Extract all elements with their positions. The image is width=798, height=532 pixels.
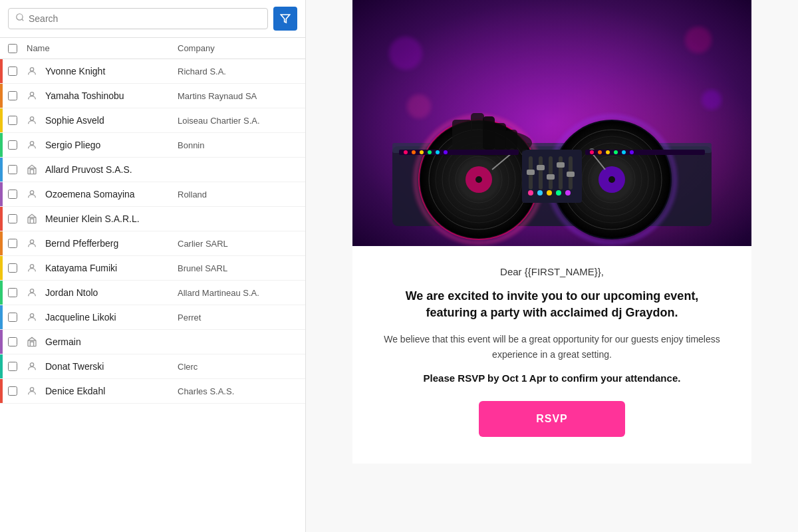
select-all-checkbox[interactable] — [8, 44, 17, 53]
svg-point-12 — [30, 289, 33, 293]
table-row: Yvonne Knight Richard S.A. — [0, 59, 305, 84]
contact-name: Jordan Ntolo — [45, 287, 178, 298]
contact-company: Charles S.A.S. — [178, 386, 297, 396]
contact-company: Brunel SARL — [178, 263, 297, 273]
row-checkbox-wrapper — [8, 337, 27, 346]
svg-point-71 — [389, 37, 422, 70]
row-color-bar — [0, 108, 3, 132]
row-checkbox[interactable] — [8, 140, 17, 150]
rsvp-button[interactable]: RSVP — [479, 401, 625, 437]
row-color-bar — [0, 182, 3, 206]
svg-point-57 — [537, 190, 543, 196]
row-checkbox-wrapper — [8, 288, 27, 297]
svg-point-32 — [475, 176, 482, 183]
row-checkbox[interactable] — [8, 263, 17, 273]
svg-rect-69 — [494, 123, 506, 150]
row-checkbox-wrapper — [8, 165, 27, 174]
row-checkbox[interactable] — [8, 362, 17, 371]
row-checkbox-wrapper — [8, 386, 27, 396]
row-checkbox[interactable] — [8, 239, 17, 248]
person-icon — [27, 66, 41, 76]
row-color-bar — [0, 84, 3, 108]
row-checkbox[interactable] — [8, 116, 17, 125]
contact-company: Bonnin — [178, 140, 297, 150]
row-color-bar — [0, 305, 3, 329]
table-header: Name Company — [0, 38, 305, 59]
row-checkbox-wrapper — [8, 91, 27, 100]
svg-point-60 — [565, 190, 571, 196]
filter-button[interactable] — [273, 7, 297, 31]
svg-rect-66 — [452, 120, 472, 153]
email-body-text: We believe that this event will be a gre… — [379, 332, 725, 362]
row-color-bar — [0, 158, 3, 182]
table-row: Sophie Asveld Loiseau Chartier S.A. — [0, 108, 305, 133]
contact-name: Germain — [45, 336, 178, 347]
row-checkbox[interactable] — [8, 214, 17, 223]
email-greeting: Dear {{FIRST_NAME}}, — [500, 266, 604, 277]
contact-company: Martins Raynaud SA — [178, 91, 297, 101]
svg-point-3 — [30, 68, 33, 71]
svg-rect-48 — [549, 156, 553, 190]
table-row: Ozoemena Somayina Rolland — [0, 182, 305, 207]
svg-point-87 — [622, 150, 626, 154]
row-color-bar — [0, 59, 3, 83]
svg-point-8 — [30, 191, 33, 194]
table-row: Jacqueline Likoki Perret — [0, 305, 305, 330]
row-checkbox-wrapper — [8, 263, 27, 273]
table-row: Sergio Pliego Bonnin — [0, 133, 305, 158]
search-input[interactable] — [29, 13, 261, 24]
row-checkbox[interactable] — [8, 165, 17, 174]
row-checkbox-wrapper — [8, 313, 27, 322]
svg-rect-14 — [28, 340, 36, 346]
row-checkbox[interactable] — [8, 337, 17, 346]
row-checkbox[interactable] — [8, 288, 17, 297]
svg-rect-76 — [585, 150, 705, 155]
row-checkbox-wrapper — [8, 116, 27, 125]
person-icon — [27, 189, 41, 200]
person-icon — [27, 90, 41, 101]
row-checkbox[interactable] — [8, 313, 17, 322]
contact-company: Carlier SARL — [178, 239, 297, 249]
contact-name: Sophie Asveld — [45, 115, 178, 126]
contact-list: Yvonne Knight Richard S.A. Yamaha Toshin… — [0, 59, 305, 532]
person-icon — [27, 386, 41, 396]
table-row: Meunier Klein S.A.R.L. — [0, 207, 305, 231]
contact-name: Denice Ekdahl — [45, 386, 178, 396]
row-checkbox[interactable] — [8, 66, 17, 76]
svg-line-1 — [22, 19, 24, 21]
svg-point-83 — [590, 150, 594, 154]
contact-list-panel: Name Company Yvonne Knight Richard S.A. … — [0, 0, 306, 532]
svg-point-81 — [436, 150, 440, 154]
svg-point-11 — [30, 265, 33, 268]
person-icon — [27, 238, 41, 249]
person-icon — [27, 140, 41, 150]
contact-name: Katayama Fumiki — [45, 263, 178, 273]
svg-point-15 — [30, 363, 33, 366]
row-checkbox[interactable] — [8, 386, 17, 396]
svg-point-82 — [444, 150, 448, 154]
svg-rect-55 — [567, 172, 575, 177]
contact-name: Yamaha Toshinobu — [45, 90, 178, 101]
contact-name: Bernd Pfefferberg — [45, 238, 178, 249]
email-preview-panel: Dear {{FIRST_NAME}}, We are excited to i… — [306, 0, 798, 532]
row-checkbox[interactable] — [8, 190, 17, 199]
row-checkbox-wrapper — [8, 66, 27, 76]
contact-company: Allard Martineau S.A. — [178, 288, 297, 298]
table-row: Katayama Fumiki Brunel SARL — [0, 256, 305, 281]
person-icon — [27, 361, 41, 372]
svg-rect-53 — [547, 174, 555, 180]
svg-point-56 — [528, 190, 533, 196]
dj-event-image — [352, 0, 751, 246]
person-icon — [27, 263, 41, 273]
row-color-bar — [0, 231, 3, 255]
svg-point-84 — [598, 150, 602, 154]
table-row: Denice Ekdahl Charles S.A.S. — [0, 379, 305, 404]
row-checkbox-wrapper — [8, 239, 27, 248]
svg-point-77 — [404, 150, 408, 154]
row-checkbox[interactable] — [8, 91, 17, 100]
building-icon — [27, 213, 41, 224]
svg-rect-52 — [537, 165, 545, 170]
svg-rect-68 — [483, 116, 495, 150]
svg-point-86 — [614, 150, 618, 154]
contact-company: Rolland — [178, 190, 297, 200]
